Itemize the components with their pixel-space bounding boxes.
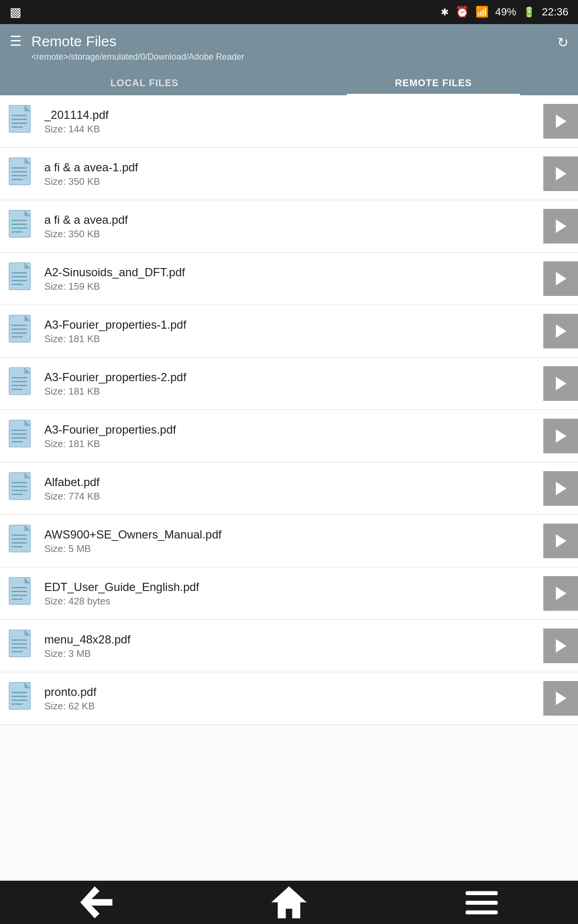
file-info: _201114.pdfSize: 144 KB <box>44 108 538 135</box>
file-name: _201114.pdf <box>44 108 538 122</box>
file-name: AWS900+SE_Owners_Manual.pdf <box>44 528 538 541</box>
svg-rect-111 <box>466 901 498 905</box>
file-icon <box>8 629 36 662</box>
file-size: Size: 5 MB <box>44 543 538 554</box>
svg-marker-35 <box>556 272 566 285</box>
recents-button[interactable] <box>462 888 501 917</box>
file-list-item[interactable]: _201114.pdfSize: 144 KB <box>0 95 578 148</box>
file-name: menu_48x28.pdf <box>44 633 538 646</box>
file-list-item[interactable]: EDT_User_Guide_English.pdfSize: 428 byte… <box>0 567 578 620</box>
svg-marker-89 <box>556 587 566 600</box>
file-info: EDT_User_Guide_English.pdfSize: 428 byte… <box>44 580 538 607</box>
file-size: Size: 159 KB <box>44 281 538 292</box>
file-list-item[interactable]: a fi & a avea-1.pdfSize: 350 KB <box>0 148 578 200</box>
file-info: a fi & a avea-1.pdfSize: 350 KB <box>44 161 538 187</box>
svg-marker-80 <box>556 534 566 548</box>
file-list-item[interactable]: A3-Fourier_properties-1.pdfSize: 181 KB <box>0 305 578 358</box>
svg-marker-107 <box>556 692 566 705</box>
svg-marker-71 <box>556 482 566 495</box>
file-name: A2-Sinusoids_and_DFT.pdf <box>44 266 538 279</box>
nav-bar <box>0 881 578 924</box>
file-icon <box>8 105 36 138</box>
file-size: Size: 62 KB <box>44 701 538 712</box>
file-size: Size: 350 KB <box>44 176 538 187</box>
file-info: a fi & a avea.pdfSize: 350 KB <box>44 213 538 240</box>
send-button[interactable] <box>543 156 578 191</box>
send-button[interactable] <box>543 104 578 139</box>
file-icon <box>8 210 36 243</box>
app-bar-title: Remote Files <box>31 33 557 50</box>
hamburger-menu-button[interactable]: ☰ <box>10 35 22 48</box>
svg-marker-26 <box>556 219 566 233</box>
send-button[interactable] <box>543 524 578 558</box>
file-icon <box>8 577 36 610</box>
send-button[interactable] <box>543 681 578 716</box>
battery-text: 49% <box>495 6 516 18</box>
file-name: Alfabet.pdf <box>44 475 538 489</box>
send-button[interactable] <box>543 209 578 244</box>
bluetooth-icon: ✱ <box>441 6 449 18</box>
file-size: Size: 3 MB <box>44 648 538 659</box>
file-icon <box>8 315 36 347</box>
alarm-icon: ⏰ <box>456 6 469 18</box>
send-button[interactable] <box>543 471 578 506</box>
file-icon <box>8 420 36 452</box>
file-list-item[interactable]: Alfabet.pdfSize: 774 KB <box>0 462 578 515</box>
file-size: Size: 181 KB <box>44 386 538 397</box>
file-list: _201114.pdfSize: 144 KB a fi & a avea-1.… <box>0 95 578 881</box>
svg-marker-109 <box>271 886 306 919</box>
clock-text: 22:36 <box>542 6 568 18</box>
svg-marker-53 <box>556 377 566 390</box>
file-info: AWS900+SE_Owners_Manual.pdfSize: 5 MB <box>44 528 538 554</box>
send-button[interactable] <box>543 629 578 663</box>
send-button[interactable] <box>543 261 578 296</box>
svg-marker-44 <box>556 324 566 338</box>
svg-marker-62 <box>556 429 566 443</box>
file-size: Size: 774 KB <box>44 491 538 502</box>
file-list-item[interactable]: A3-Fourier_properties-2.pdfSize: 181 KB <box>0 358 578 410</box>
file-info: pronto.pdfSize: 62 KB <box>44 685 538 712</box>
file-list-item[interactable]: A3-Fourier_properties.pdfSize: 181 KB <box>0 410 578 462</box>
svg-marker-108 <box>80 886 113 919</box>
tab-local-files[interactable]: LOCAL FILES <box>0 69 289 95</box>
home-button[interactable] <box>270 888 308 917</box>
file-info: A3-Fourier_properties.pdfSize: 181 KB <box>44 423 538 449</box>
send-button[interactable] <box>543 576 578 611</box>
file-info: A3-Fourier_properties-1.pdfSize: 181 KB <box>44 318 538 345</box>
file-size: Size: 181 KB <box>44 438 538 449</box>
back-button[interactable] <box>77 888 116 917</box>
send-button[interactable] <box>543 314 578 348</box>
app-bar: ☰ Remote Files <remote>/storage/emulated… <box>0 24 578 69</box>
file-size: Size: 350 KB <box>44 229 538 240</box>
file-list-item[interactable]: AWS900+SE_Owners_Manual.pdfSize: 5 MB <box>0 515 578 567</box>
file-info: A3-Fourier_properties-2.pdfSize: 181 KB <box>44 371 538 397</box>
svg-marker-98 <box>556 639 566 653</box>
svg-marker-8 <box>556 115 566 128</box>
svg-marker-17 <box>556 167 566 180</box>
tab-remote-files[interactable]: REMOTE FILES <box>289 69 578 95</box>
status-bar-app-icon: ▩ <box>10 5 22 20</box>
app-bar-subtitle: <remote>/storage/emulated/0/Download/Ado… <box>31 52 557 62</box>
file-size: Size: 181 KB <box>44 334 538 345</box>
battery-icon: 🔋 <box>523 6 535 18</box>
file-list-item[interactable]: a fi & a avea.pdfSize: 350 KB <box>0 200 578 253</box>
file-icon <box>8 262 36 295</box>
send-button[interactable] <box>543 419 578 453</box>
send-button[interactable] <box>543 366 578 401</box>
file-icon <box>8 367 36 400</box>
file-info: menu_48x28.pdfSize: 3 MB <box>44 633 538 659</box>
file-list-item[interactable]: pronto.pdfSize: 62 KB <box>0 672 578 725</box>
wifi-icon: 📶 <box>475 6 488 18</box>
file-name: pronto.pdf <box>44 685 538 699</box>
file-name: a fi & a avea.pdf <box>44 213 538 227</box>
file-list-item[interactable]: menu_48x28.pdfSize: 3 MB <box>0 620 578 672</box>
svg-rect-110 <box>466 891 498 895</box>
file-name: EDT_User_Guide_English.pdf <box>44 580 538 594</box>
file-name: A3-Fourier_properties.pdf <box>44 423 538 436</box>
file-name: A3-Fourier_properties-1.pdf <box>44 318 538 332</box>
file-icon <box>8 157 36 190</box>
file-name: A3-Fourier_properties-2.pdf <box>44 371 538 384</box>
refresh-button[interactable]: ↻ <box>557 35 568 51</box>
file-list-item[interactable]: A2-Sinusoids_and_DFT.pdfSize: 159 KB <box>0 253 578 305</box>
svg-rect-112 <box>466 911 498 914</box>
